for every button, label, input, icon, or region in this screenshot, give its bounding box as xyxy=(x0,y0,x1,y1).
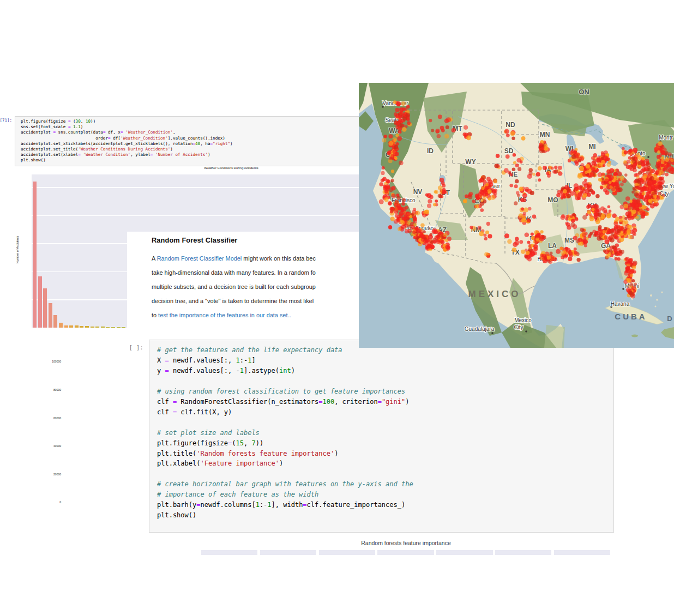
state-label-on: ON xyxy=(579,88,589,96)
country-label: MEXICO xyxy=(468,289,521,299)
bar-rain xyxy=(75,325,79,328)
bar-light-drizzle xyxy=(106,327,110,328)
bar-cloudy-windy xyxy=(91,327,94,328)
bar-smoke xyxy=(101,327,105,328)
map-canvas[interactable]: WAORIDMTNDSDWYNENVUTCOKSMOIAMNWIMIILKYOH… xyxy=(359,83,674,348)
cell2-prompt: [ ]: xyxy=(122,344,143,351)
markdown-link[interactable]: test the importance of the features in o… xyxy=(158,312,289,318)
state-label-wy: WY xyxy=(465,158,476,166)
bar-fog xyxy=(59,323,63,328)
city-label: Havana xyxy=(611,301,630,307)
y-tick-label: 100000 xyxy=(39,360,61,363)
jupyter-notebook-page: [71]: plt.figure(figsize = (30, 10))sns.… xyxy=(0,0,674,616)
bar-mostly-cloudy-windy xyxy=(85,326,89,328)
city-label: City xyxy=(514,324,523,330)
bar-light-snow xyxy=(64,325,68,328)
bar-thunder xyxy=(122,327,125,328)
importance-chart-title: Random forests feature importance xyxy=(201,540,611,546)
bar-haze xyxy=(69,325,73,328)
bar-mostly-cloudy xyxy=(43,288,47,328)
code-editor-random-forest[interactable]: # get the features and the life expectan… xyxy=(149,340,613,521)
y-tick-label: 0 xyxy=(39,500,61,504)
state-label-nd: ND xyxy=(506,121,515,129)
y-tick-label: 60000 xyxy=(39,416,61,420)
bar-fair-windy xyxy=(80,326,83,328)
state-label-id: ID xyxy=(427,147,434,155)
city-label: Guadalajara xyxy=(465,326,495,332)
y-tick-label: 80000 xyxy=(39,388,61,391)
y-tick-label: 20000 xyxy=(39,473,61,476)
accident-map[interactable]: WAORIDMTNDSDWYNENVUTCOKSMOIAMNWIMIILKYOH… xyxy=(359,83,674,348)
bar-cloudy xyxy=(38,276,42,328)
state-label-nv: NV xyxy=(413,188,423,196)
bar-light-rain-windy xyxy=(117,327,121,328)
city-label: Mexico xyxy=(514,317,532,323)
state-label-mo: MO xyxy=(547,196,558,204)
state-label-mi: MI xyxy=(588,143,595,150)
y-tick-label: 40000 xyxy=(39,444,61,448)
state-label-la: LA xyxy=(548,242,557,250)
city-label: Montr xyxy=(659,135,673,141)
state-label-ms: MS xyxy=(564,237,574,244)
weather-chart-ylabel: Number of Accidents xyxy=(16,228,19,271)
bar-light-rain xyxy=(53,315,57,328)
bar-partly-cloudy xyxy=(49,303,52,328)
state-label-mn: MN xyxy=(540,131,550,138)
bar-partly-cloudy-windy xyxy=(111,327,115,328)
country-label: CUBA xyxy=(615,312,647,321)
markdown-link[interactable]: Random Forest Classifier Model xyxy=(157,255,242,262)
code-cell-random-forest[interactable]: # get the features and the life expectan… xyxy=(149,340,614,533)
country-label: D xyxy=(667,315,672,323)
bar-fair xyxy=(33,182,37,328)
cell1-prompt: [71]: xyxy=(0,118,12,123)
state-label-sd: SD xyxy=(504,147,514,155)
bar-heavy-rain xyxy=(95,327,99,328)
